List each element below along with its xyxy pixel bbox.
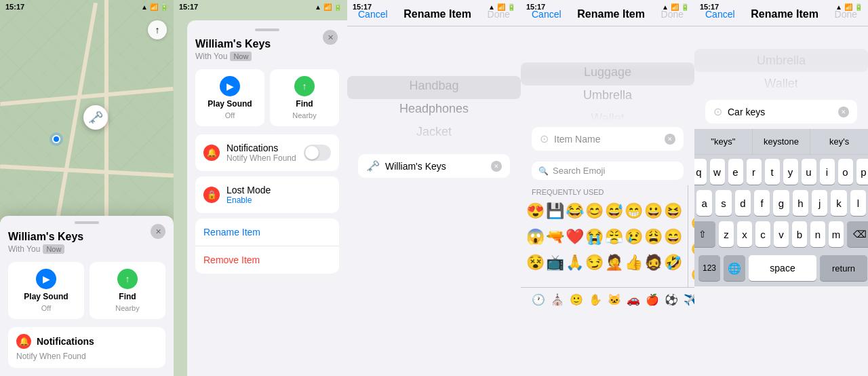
emoji-travel-icon[interactable]: ✈️ [681, 292, 694, 307]
emoji-face-icon[interactable]: 🙂 [567, 292, 586, 307]
emoji-car-icon[interactable]: 🚗 [624, 292, 643, 307]
emoji-food-icon[interactable]: 🍎 [643, 292, 662, 307]
emoji-📺[interactable]: 📺 [546, 250, 564, 275]
emoji-extra-5[interactable]: 😆 [690, 263, 694, 287]
clear-input-4[interactable]: ✕ [665, 134, 675, 145]
emoji-😤[interactable]: 😤 [605, 225, 623, 249]
item-name-input-5[interactable]: Car keys [728, 107, 833, 117]
notify-toggle[interactable] [304, 145, 331, 161]
key-l[interactable]: l [850, 190, 866, 216]
key-t[interactable]: t [765, 159, 780, 185]
emoji-🔫[interactable]: 🔫 [546, 225, 564, 249]
autocomplete-keys-apostrophe[interactable]: key's [810, 129, 868, 154]
key-j[interactable]: j [812, 190, 827, 216]
key-e[interactable]: e [728, 159, 743, 185]
emoji-🧔[interactable]: 🧔 [644, 250, 663, 275]
key-a[interactable]: a [696, 190, 712, 216]
emoji-clock-icon[interactable]: 🕐 [529, 292, 548, 307]
key-n[interactable]: n [810, 221, 825, 247]
sheet-close-button[interactable]: ✕ [151, 224, 165, 239]
emoji-💾[interactable]: 💾 [546, 199, 564, 223]
emoji-building-icon[interactable]: ⛪ [548, 292, 567, 307]
autocomplete-keys-quoted[interactable]: "keys" [694, 129, 753, 154]
key-x[interactable]: x [737, 221, 752, 247]
key-g[interactable]: g [773, 190, 789, 216]
emoji-🤣[interactable]: 🤣 [664, 250, 682, 275]
emoji-😁[interactable]: 😁 [625, 199, 643, 223]
item-name-input-3[interactable]: William's Keys [385, 161, 486, 172]
item-picker-5[interactable]: Umbrella Wallet Custom Name [694, 26, 868, 94]
rename-item-button[interactable]: Rename Item [195, 219, 339, 246]
key-p[interactable]: p [856, 159, 869, 185]
key-b[interactable]: b [792, 221, 807, 247]
key-u[interactable]: u [802, 159, 816, 185]
notifications-menu-item[interactable]: 🔔 Notifications Notify When Found [195, 134, 339, 171]
emoji-😅[interactable]: 😅 [605, 199, 623, 223]
item-picker-3[interactable]: Handbag Headphones Jacket Keys Luggage U… [347, 26, 521, 149]
clear-input-5[interactable]: ✕ [838, 107, 849, 117]
exp-close-button[interactable]: ✕ [323, 30, 338, 45]
delete-key[interactable]: ⌫ [847, 221, 868, 247]
emoji-🙏[interactable]: 🙏 [566, 250, 584, 275]
picker-umbrella-4[interactable]: Umbrella [521, 83, 694, 107]
emoji-😊[interactable]: 😊 [585, 199, 604, 223]
numbers-key[interactable]: 123 [698, 255, 720, 281]
rename-input-field-5[interactable]: ⊙ Car keys ✕ [705, 100, 857, 124]
emoji-hand-icon[interactable]: ✋ [586, 292, 605, 307]
rename-input-field-4[interactable]: ⊙ Item Name ✕ [532, 127, 684, 151]
key-d[interactable]: d [735, 190, 751, 216]
item-name-input-4[interactable]: Item Name [554, 134, 659, 145]
key-s[interactable]: s [715, 190, 731, 216]
key-h[interactable]: h [793, 190, 808, 216]
emoji-activity-icon[interactable]: ⚽ [662, 292, 681, 307]
emoji-😄[interactable]: 😄 [664, 225, 682, 249]
emoji-😱[interactable]: 😱 [526, 225, 545, 249]
exp-find[interactable]: ↑ Find Nearby [270, 69, 339, 126]
emoji-🤦[interactable]: 🤦 [605, 250, 623, 275]
key-z[interactable]: z [719, 221, 734, 247]
emoji-extra-3[interactable]: 😄 [690, 237, 694, 261]
picker-wallet-4[interactable]: Wallet [521, 107, 694, 121]
lost-mode-item[interactable]: 🔒 Lost Mode Enable [195, 176, 339, 213]
autocomplete-keystone[interactable]: keystone [753, 129, 811, 154]
emoji-cat-icon[interactable]: 🐱 [605, 292, 624, 307]
emoji-😭[interactable]: 😭 [585, 225, 604, 249]
key-w[interactable]: w [710, 159, 725, 185]
picker-keys[interactable]: Keys [347, 143, 521, 149]
clear-input-3[interactable]: ✕ [491, 161, 502, 172]
key-y[interactable]: y [783, 159, 798, 185]
emoji-😀[interactable]: 😀 [644, 199, 663, 223]
emoji-👍[interactable]: 👍 [625, 250, 643, 275]
emoji-😍[interactable]: 😍 [526, 199, 545, 223]
key-r[interactable]: r [747, 159, 762, 185]
key-m[interactable]: m [829, 221, 844, 247]
compass-button[interactable]: ↑ [148, 20, 167, 39]
key-c[interactable]: c [755, 221, 770, 247]
emoji-😂[interactable]: 😂 [566, 199, 584, 223]
picker-wallet-5[interactable]: Wallet [694, 72, 868, 94]
key-v[interactable]: v [774, 221, 789, 247]
picker-headphones[interactable]: Headphones [347, 97, 521, 120]
rename-input-field-3[interactable]: 🗝️ William's Keys ✕ [358, 154, 510, 178]
emoji-😵[interactable]: 😵 [526, 250, 545, 275]
play-sound-button-1[interactable]: ▶ Play Sound Off [8, 262, 84, 319]
picker-jacket[interactable]: Jacket [347, 120, 521, 143]
emoji-extra-1[interactable]: 😀 [690, 211, 694, 236]
emoji-keyboard-key[interactable]: 🌐 [724, 255, 745, 281]
key-k[interactable]: k [831, 190, 846, 216]
key-f[interactable]: f [754, 190, 770, 216]
exp-play-sound[interactable]: ▶ Play Sound Off [195, 69, 264, 126]
return-key[interactable]: return [820, 255, 867, 281]
item-picker-4[interactable]: Luggage Umbrella Wallet Custom Name [521, 26, 694, 121]
emoji-😆[interactable]: 😆 [664, 199, 682, 223]
remove-item-button[interactable]: Remove Item [195, 246, 339, 274]
find-button-1[interactable]: ↑ Find Nearby [90, 262, 165, 319]
shift-key[interactable]: ⇧ [694, 221, 715, 247]
key-q[interactable]: q [694, 159, 707, 185]
emoji-😩[interactable]: 😩 [644, 225, 663, 249]
emoji-❤️[interactable]: ❤️ [566, 225, 584, 249]
key-o[interactable]: o [838, 159, 853, 185]
space-key[interactable]: space [749, 255, 816, 281]
emoji-😢[interactable]: 😢 [625, 225, 643, 249]
emoji-😏[interactable]: 😏 [585, 250, 604, 275]
